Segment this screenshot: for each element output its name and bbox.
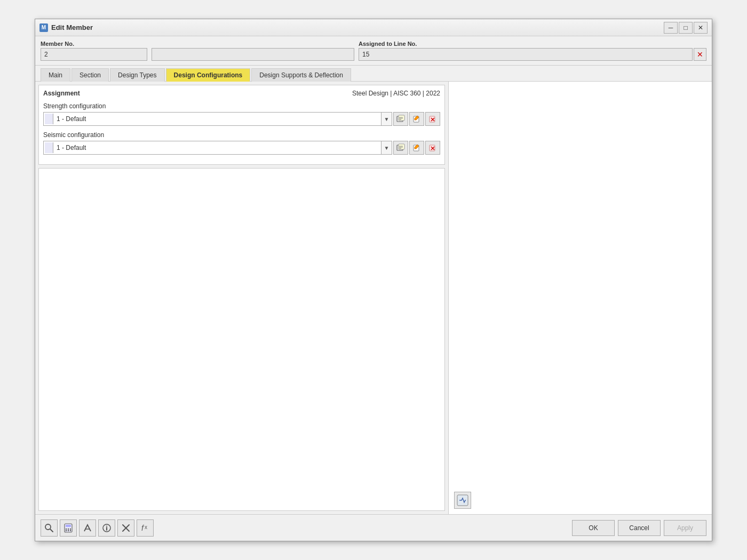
svg-line-10 — [50, 529, 53, 532]
tabs-bar: Main Section Design Types Design Configu… — [35, 66, 712, 82]
design-code-label: Steel Design | AISC 360 | 2022 — [352, 90, 440, 97]
seismic-delete-btn[interactable] — [425, 141, 440, 155]
footer-actions: OK Cancel Apply — [572, 520, 706, 536]
assignment-section: Assignment Steel Design | AISC 360 | 202… — [38, 85, 445, 165]
info-tool-btn[interactable] — [98, 519, 115, 537]
right-panel-action-btn[interactable] — [454, 492, 471, 509]
edit-member-dialog: M Edit Member ─ □ ✕ Member No. Assigned … — [35, 19, 712, 541]
calculator-tool-btn[interactable] — [60, 519, 77, 537]
svg-point-16 — [66, 530, 67, 531]
seismic-config-controls: 1 - Default ▼ — [43, 141, 440, 155]
right-panel — [449, 82, 712, 514]
svg-rect-12 — [66, 525, 71, 527]
strength-config-select[interactable]: 1 - Default — [54, 115, 381, 123]
svg-text:x: x — [145, 524, 147, 530]
window-controls: ─ □ ✕ — [664, 22, 708, 34]
seismic-config-select[interactable]: 1 - Default — [54, 144, 381, 151]
search-tool-btn[interactable] — [41, 519, 58, 537]
minimize-button[interactable]: ─ — [664, 22, 678, 34]
function-tool-btn[interactable]: fx — [137, 519, 154, 537]
dialog-title: Edit Member — [51, 23, 664, 31]
dialog-icon: M — [39, 23, 48, 32]
svg-point-15 — [70, 528, 71, 529]
cancel-button[interactable]: Cancel — [618, 520, 661, 536]
strength-color-box — [45, 114, 53, 124]
member-name-input[interactable] — [152, 48, 354, 61]
member-no-label: Member No. — [41, 41, 147, 47]
strength-config-label: Strength configuration — [43, 102, 440, 110]
strength-open-btn[interactable] — [393, 112, 408, 126]
line-no-row: ✕ — [359, 48, 706, 61]
ok-button[interactable]: OK — [572, 520, 615, 536]
strength-config-row: Strength configuration 1 - Default ▼ — [43, 102, 440, 126]
line-no-input[interactable] — [359, 48, 693, 61]
member-name-label — [152, 41, 354, 47]
svg-point-14 — [68, 528, 69, 529]
svg-rect-1 — [399, 115, 404, 121]
header-fields: Member No. Assigned to Line No. ✕ — [35, 36, 712, 66]
seismic-config-select-wrapper[interactable]: 1 - Default ▼ — [43, 141, 392, 155]
title-bar: M Edit Member ─ □ ✕ — [35, 19, 712, 36]
svg-point-22 — [106, 525, 107, 526]
seismic-edit-btn[interactable] — [409, 141, 424, 155]
member-name-group — [152, 41, 354, 61]
svg-point-18 — [70, 530, 71, 531]
member-no-input[interactable] — [41, 48, 147, 61]
strength-delete-btn[interactable] — [425, 112, 440, 126]
clear-line-btn[interactable]: ✕ — [694, 48, 706, 61]
maximize-button[interactable]: □ — [679, 22, 693, 34]
tab-design-types[interactable]: Design Types — [110, 68, 165, 82]
svg-rect-8 — [457, 495, 468, 506]
left-panel: Assignment Steel Design | AISC 360 | 202… — [35, 82, 449, 514]
assignment-header: Assignment Steel Design | AISC 360 | 202… — [43, 90, 440, 97]
line-no-label: Assigned to Line No. — [359, 41, 706, 47]
strength-config-select-wrapper[interactable]: 1 - Default ▼ — [43, 112, 392, 126]
cross-tool-btn[interactable] — [117, 519, 134, 537]
lower-panel — [38, 168, 445, 511]
seismic-dropdown-arrow[interactable]: ▼ — [381, 141, 392, 154]
member-tool-btn[interactable] — [79, 519, 96, 537]
seismic-color-box — [45, 142, 53, 153]
content-area: Assignment Steel Design | AISC 360 | 202… — [35, 82, 712, 514]
seismic-config-row: Seismic configuration 1 - Default ▼ — [43, 131, 440, 155]
strength-dropdown-arrow[interactable]: ▼ — [381, 113, 392, 125]
svg-rect-5 — [399, 144, 404, 149]
svg-point-13 — [66, 528, 67, 529]
seismic-config-label: Seismic configuration — [43, 131, 440, 139]
close-button[interactable]: ✕ — [694, 22, 708, 34]
tab-section[interactable]: Section — [71, 68, 109, 82]
seismic-open-btn[interactable] — [393, 141, 408, 155]
tab-design-supports[interactable]: Design Supports & Deflection — [251, 68, 351, 82]
strength-config-controls: 1 - Default ▼ — [43, 112, 440, 126]
tab-design-configurations[interactable]: Design Configurations — [166, 68, 251, 82]
strength-edit-btn[interactable] — [409, 112, 424, 126]
assignment-title: Assignment — [43, 90, 80, 97]
apply-button[interactable]: Apply — [664, 520, 706, 536]
member-no-group: Member No. — [41, 41, 147, 61]
line-no-group: Assigned to Line No. ✕ — [359, 41, 706, 61]
svg-point-17 — [68, 530, 69, 531]
footer: fx OK Cancel Apply — [35, 514, 712, 541]
tab-main[interactable]: Main — [41, 68, 70, 82]
footer-tools: fx — [41, 519, 154, 537]
